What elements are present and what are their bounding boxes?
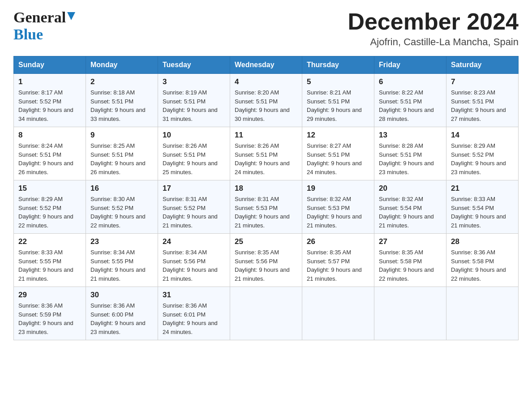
svg-marker-0	[67, 12, 75, 20]
day-info: Sunrise: 8:28 AMSunset: 5:51 PMDaylight:…	[379, 142, 434, 176]
day-number: 14	[451, 131, 514, 140]
day-number: 3	[163, 77, 225, 86]
calendar-cell: 21 Sunrise: 8:33 AMSunset: 5:54 PMDaylig…	[446, 180, 519, 234]
day-number: 11	[235, 131, 297, 140]
day-number: 18	[235, 184, 297, 193]
day-info: Sunrise: 8:36 AMSunset: 5:58 PMDaylight:…	[451, 249, 506, 282]
title-area: December 2024 Ajofrin, Castille-La Manch…	[348, 9, 519, 48]
day-info: Sunrise: 8:24 AMSunset: 5:51 PMDaylight:…	[18, 142, 73, 176]
day-info: Sunrise: 8:27 AMSunset: 5:51 PMDaylight:…	[307, 142, 362, 176]
weekday-header-row: SundayMondayTuesdayWednesdayThursdayFrid…	[14, 56, 519, 74]
calendar-cell: 26 Sunrise: 8:35 AMSunset: 5:57 PMDaylig…	[302, 234, 374, 287]
day-number: 12	[307, 131, 369, 140]
weekday-header-saturday: Saturday	[446, 56, 519, 74]
day-number: 30	[90, 291, 153, 300]
calendar-cell: 23 Sunrise: 8:34 AMSunset: 5:55 PMDaylig…	[86, 234, 158, 287]
day-number: 25	[235, 237, 297, 246]
day-number: 1	[18, 77, 81, 86]
day-info: Sunrise: 8:29 AMSunset: 5:52 PMDaylight:…	[451, 142, 506, 176]
calendar-cell: 27 Sunrise: 8:35 AMSunset: 5:58 PMDaylig…	[374, 234, 446, 287]
day-number: 24	[163, 237, 225, 246]
calendar-cell: 7 Sunrise: 8:23 AMSunset: 5:51 PMDayligh…	[446, 74, 519, 127]
calendar-cell: 16 Sunrise: 8:30 AMSunset: 5:52 PMDaylig…	[86, 180, 158, 234]
calendar-cell: 11 Sunrise: 8:26 AMSunset: 5:51 PMDaylig…	[230, 127, 302, 180]
calendar-cell: 20 Sunrise: 8:32 AMSunset: 5:54 PMDaylig…	[374, 180, 446, 234]
day-info: Sunrise: 8:33 AMSunset: 5:55 PMDaylight:…	[18, 249, 73, 282]
calendar-cell: 6 Sunrise: 8:22 AMSunset: 5:51 PMDayligh…	[374, 74, 446, 127]
day-number: 9	[90, 131, 153, 140]
day-info: Sunrise: 8:17 AMSunset: 5:52 PMDaylight:…	[18, 89, 73, 122]
day-info: Sunrise: 8:25 AMSunset: 5:51 PMDaylight:…	[90, 142, 146, 176]
day-info: Sunrise: 8:29 AMSunset: 5:52 PMDaylight:…	[18, 196, 73, 229]
calendar-cell: 12 Sunrise: 8:27 AMSunset: 5:51 PMDaylig…	[302, 127, 374, 180]
day-info: Sunrise: 8:36 AMSunset: 5:59 PMDaylight:…	[18, 302, 73, 335]
day-info: Sunrise: 8:36 AMSunset: 6:01 PMDaylight:…	[163, 302, 218, 335]
month-title: December 2024	[348, 9, 519, 34]
day-info: Sunrise: 8:35 AMSunset: 5:58 PMDaylight:…	[379, 249, 434, 282]
calendar-cell: 22 Sunrise: 8:33 AMSunset: 5:55 PMDaylig…	[14, 234, 86, 287]
day-info: Sunrise: 8:32 AMSunset: 5:53 PMDaylight:…	[307, 196, 362, 229]
calendar-cell: 14 Sunrise: 8:29 AMSunset: 5:52 PMDaylig…	[446, 127, 519, 180]
calendar-cell: 1 Sunrise: 8:17 AMSunset: 5:52 PMDayligh…	[14, 74, 86, 127]
day-number: 20	[379, 184, 442, 193]
weekday-header-sunday: Sunday	[14, 56, 86, 74]
day-number: 26	[307, 237, 369, 246]
logo: General Blue	[13, 9, 75, 43]
day-info: Sunrise: 8:23 AMSunset: 5:51 PMDaylight:…	[451, 89, 506, 122]
calendar-table: SundayMondayTuesdayWednesdayThursdayFrid…	[13, 56, 519, 340]
logo-general-text: General	[13, 9, 66, 26]
weekday-header-thursday: Thursday	[302, 56, 374, 74]
day-number: 28	[451, 237, 514, 246]
calendar-week-row: 22 Sunrise: 8:33 AMSunset: 5:55 PMDaylig…	[14, 234, 519, 287]
calendar-cell: 8 Sunrise: 8:24 AMSunset: 5:51 PMDayligh…	[14, 127, 86, 180]
day-number: 13	[379, 131, 442, 140]
day-number: 6	[379, 77, 442, 86]
calendar-cell: 5 Sunrise: 8:21 AMSunset: 5:51 PMDayligh…	[302, 74, 374, 127]
day-number: 10	[163, 131, 225, 140]
calendar-cell: 25 Sunrise: 8:35 AMSunset: 5:56 PMDaylig…	[230, 234, 302, 287]
weekday-header-tuesday: Tuesday	[158, 56, 230, 74]
calendar-cell: 9 Sunrise: 8:25 AMSunset: 5:51 PMDayligh…	[86, 127, 158, 180]
logo-triangle-icon	[67, 12, 75, 23]
day-info: Sunrise: 8:32 AMSunset: 5:54 PMDaylight:…	[379, 196, 434, 229]
calendar-week-row: 1 Sunrise: 8:17 AMSunset: 5:52 PMDayligh…	[14, 74, 519, 127]
calendar-cell: 4 Sunrise: 8:20 AMSunset: 5:51 PMDayligh…	[230, 74, 302, 127]
day-number: 8	[18, 131, 81, 140]
calendar-cell	[230, 287, 302, 340]
day-number: 17	[163, 184, 225, 193]
day-number: 27	[379, 237, 442, 246]
day-info: Sunrise: 8:35 AMSunset: 5:57 PMDaylight:…	[307, 249, 362, 282]
calendar-cell: 10 Sunrise: 8:26 AMSunset: 5:51 PMDaylig…	[158, 127, 230, 180]
calendar-cell: 18 Sunrise: 8:31 AMSunset: 5:53 PMDaylig…	[230, 180, 302, 234]
day-number: 16	[90, 184, 153, 193]
calendar-cell	[446, 287, 519, 340]
day-info: Sunrise: 8:18 AMSunset: 5:51 PMDaylight:…	[90, 89, 146, 122]
weekday-header-friday: Friday	[374, 56, 446, 74]
day-info: Sunrise: 8:34 AMSunset: 5:55 PMDaylight:…	[90, 249, 146, 282]
calendar-cell	[302, 287, 374, 340]
day-info: Sunrise: 8:34 AMSunset: 5:56 PMDaylight:…	[163, 249, 218, 282]
calendar-cell: 24 Sunrise: 8:34 AMSunset: 5:56 PMDaylig…	[158, 234, 230, 287]
day-number: 5	[307, 77, 369, 86]
day-info: Sunrise: 8:36 AMSunset: 6:00 PMDaylight:…	[90, 302, 146, 335]
calendar-cell: 13 Sunrise: 8:28 AMSunset: 5:51 PMDaylig…	[374, 127, 446, 180]
location-title: Ajofrin, Castille-La Mancha, Spain	[348, 36, 519, 48]
calendar-cell: 17 Sunrise: 8:31 AMSunset: 5:52 PMDaylig…	[158, 180, 230, 234]
day-info: Sunrise: 8:31 AMSunset: 5:53 PMDaylight:…	[235, 196, 290, 229]
calendar-cell	[374, 287, 446, 340]
calendar-week-row: 8 Sunrise: 8:24 AMSunset: 5:51 PMDayligh…	[14, 127, 519, 180]
day-info: Sunrise: 8:19 AMSunset: 5:51 PMDaylight:…	[163, 89, 218, 122]
calendar-cell: 15 Sunrise: 8:29 AMSunset: 5:52 PMDaylig…	[14, 180, 86, 234]
day-info: Sunrise: 8:20 AMSunset: 5:51 PMDaylight:…	[235, 89, 290, 122]
weekday-header-wednesday: Wednesday	[230, 56, 302, 74]
day-info: Sunrise: 8:31 AMSunset: 5:52 PMDaylight:…	[163, 196, 218, 229]
calendar-cell: 19 Sunrise: 8:32 AMSunset: 5:53 PMDaylig…	[302, 180, 374, 234]
day-number: 7	[451, 77, 514, 86]
calendar-week-row: 15 Sunrise: 8:29 AMSunset: 5:52 PMDaylig…	[14, 180, 519, 234]
page-header: General Blue December 2024 Ajofrin, Cast…	[13, 9, 519, 48]
calendar-cell: 31 Sunrise: 8:36 AMSunset: 6:01 PMDaylig…	[158, 287, 230, 340]
logo-blue-text: Blue	[13, 26, 75, 43]
day-number: 15	[18, 184, 81, 193]
weekday-header-monday: Monday	[86, 56, 158, 74]
calendar-cell: 28 Sunrise: 8:36 AMSunset: 5:58 PMDaylig…	[446, 234, 519, 287]
